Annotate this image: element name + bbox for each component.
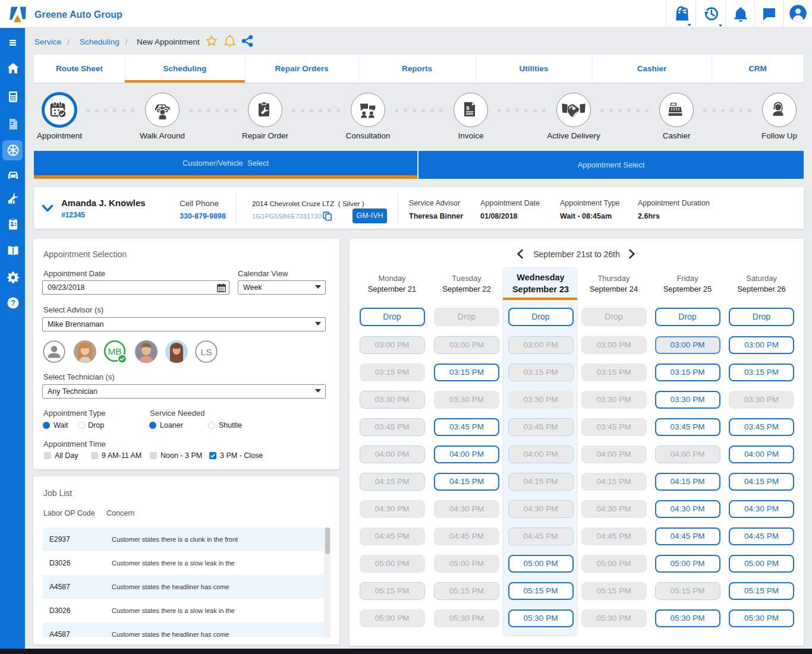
svg-text:$: $ (466, 105, 470, 111)
svg-text:?: ? (11, 299, 15, 307)
svg-text:LS: LS (201, 347, 212, 357)
svg-text:MB: MB (108, 346, 121, 356)
